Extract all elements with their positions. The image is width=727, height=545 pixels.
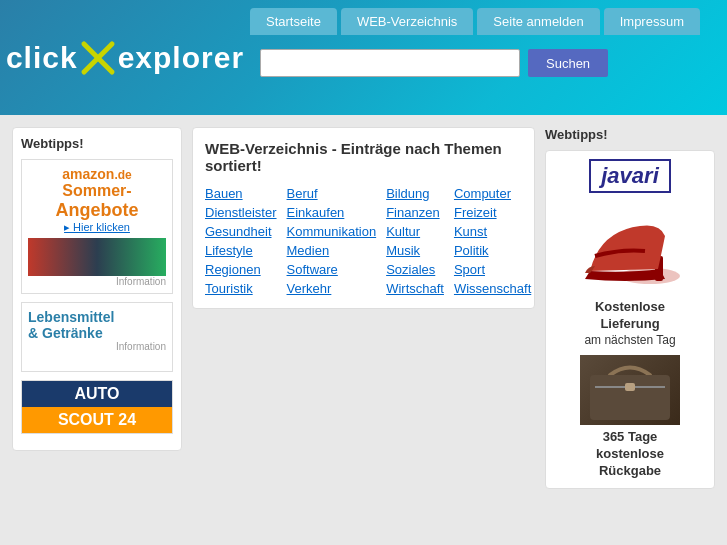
search-bar: Suchen: [250, 49, 727, 77]
category-link[interactable]: Kunst: [454, 224, 531, 239]
category-link[interactable]: Sport: [454, 262, 531, 277]
autoscout-scout: SCOUT 24: [22, 407, 172, 433]
javari-ad[interactable]: javari Kostenlose: [545, 150, 715, 489]
category-link[interactable]: Verkehr: [287, 281, 377, 296]
logo: click explorer: [6, 40, 244, 76]
category-link[interactable]: Soziales: [386, 262, 444, 277]
lebensmittel-line2: & Getränke: [28, 325, 166, 341]
category-link[interactable]: Freizeit: [454, 205, 531, 220]
category-link[interactable]: Wirtschaft: [386, 281, 444, 296]
left-sidebar: Webtipps! amazon.de Sommer- Angebote ▸ H…: [12, 127, 182, 489]
amazon-bike-image: [28, 238, 166, 276]
javari-logo: javari: [589, 159, 671, 193]
header: click explorer Startseite WEB-Verzeichni…: [0, 0, 727, 115]
amazon-ad[interactable]: amazon.de Sommer- Angebote ▸ Hier klicke…: [21, 159, 173, 294]
category-link[interactable]: Musik: [386, 243, 444, 258]
logo-suffix: explorer: [118, 41, 244, 75]
category-link[interactable]: Software: [287, 262, 377, 277]
category-link[interactable]: Kultur: [386, 224, 444, 239]
nav-bar: Startseite WEB-Verzeichnis Seite anmelde…: [250, 8, 727, 35]
left-sidebar-title: Webtipps!: [21, 136, 173, 151]
amazon-angebote: Angebote: [28, 200, 166, 221]
category-link[interactable]: Wissenschaft: [454, 281, 531, 296]
category-link[interactable]: Beruf: [287, 186, 377, 201]
javari-tagline3: am nächsten Tag: [554, 333, 706, 347]
category-link[interactable]: Lifestyle: [205, 243, 277, 258]
javari-shoe-image: [570, 201, 690, 291]
category-link[interactable]: Politik: [454, 243, 531, 258]
main-content: Webtipps! amazon.de Sommer- Angebote ▸ H…: [0, 115, 727, 501]
nav-search-area: Startseite WEB-Verzeichnis Seite anmelde…: [250, 0, 727, 115]
center-title: WEB-Verzeichnis - Einträge nach Themen s…: [205, 140, 522, 174]
category-link[interactable]: Kommunikation: [287, 224, 377, 239]
nav-tab-startseite[interactable]: Startseite: [250, 8, 337, 35]
categories-grid: BauenBerufBildungComputerDienstleisterEi…: [205, 186, 522, 296]
amazon-info: Information: [28, 276, 166, 287]
category-link[interactable]: Medien: [287, 243, 377, 258]
category-link[interactable]: Einkaufen: [287, 205, 377, 220]
category-link[interactable]: Touristik: [205, 281, 277, 296]
nav-tab-impressum[interactable]: Impressum: [604, 8, 700, 35]
javari-tagline6: Rückgabe: [554, 463, 706, 478]
category-link[interactable]: Gesundheit: [205, 224, 277, 239]
lebensmittel-info: Information: [28, 341, 166, 352]
category-link[interactable]: Finanzen: [386, 205, 444, 220]
javari-tagline4: 365 Tage: [554, 429, 706, 444]
search-input[interactable]: [260, 49, 520, 77]
amazon-sommer: Sommer-: [28, 182, 166, 200]
right-sidebar: Webtipps! javari: [545, 127, 715, 489]
javari-bag-image: [580, 355, 680, 425]
search-button[interactable]: Suchen: [528, 49, 608, 77]
center-content: WEB-Verzeichnis - Einträge nach Themen s…: [192, 127, 535, 489]
autoscout-ad[interactable]: AUTO SCOUT 24: [21, 380, 173, 434]
logo-x-icon: [80, 40, 116, 76]
center-box: WEB-Verzeichnis - Einträge nach Themen s…: [192, 127, 535, 309]
javari-tagline2: Lieferung: [554, 316, 706, 331]
lebensmittel-ad[interactable]: Lebensmittel & Getränke Information: [21, 302, 173, 372]
svg-rect-6: [625, 383, 635, 391]
nav-tab-seite-anmelden[interactable]: Seite anmelden: [477, 8, 599, 35]
javari-tagline5: kostenlose: [554, 446, 706, 461]
right-sidebar-title: Webtipps!: [545, 127, 715, 142]
category-link[interactable]: Bildung: [386, 186, 444, 201]
amazon-logo: amazon.de: [28, 166, 166, 182]
category-link[interactable]: Computer: [454, 186, 531, 201]
logo-prefix: click: [6, 41, 78, 75]
autoscout-auto: AUTO: [22, 381, 172, 407]
svg-rect-4: [590, 375, 670, 420]
category-link[interactable]: Bauen: [205, 186, 277, 201]
category-link[interactable]: Dienstleister: [205, 205, 277, 220]
amazon-link[interactable]: ▸ Hier klicken: [28, 221, 166, 234]
javari-tagline1: Kostenlose: [554, 299, 706, 314]
category-link[interactable]: Regionen: [205, 262, 277, 277]
nav-tab-web-verzeichnis[interactable]: WEB-Verzeichnis: [341, 8, 473, 35]
lebensmittel-line1: Lebensmittel: [28, 309, 166, 325]
logo-area: click explorer: [0, 0, 250, 115]
left-sidebar-box: Webtipps! amazon.de Sommer- Angebote ▸ H…: [12, 127, 182, 451]
